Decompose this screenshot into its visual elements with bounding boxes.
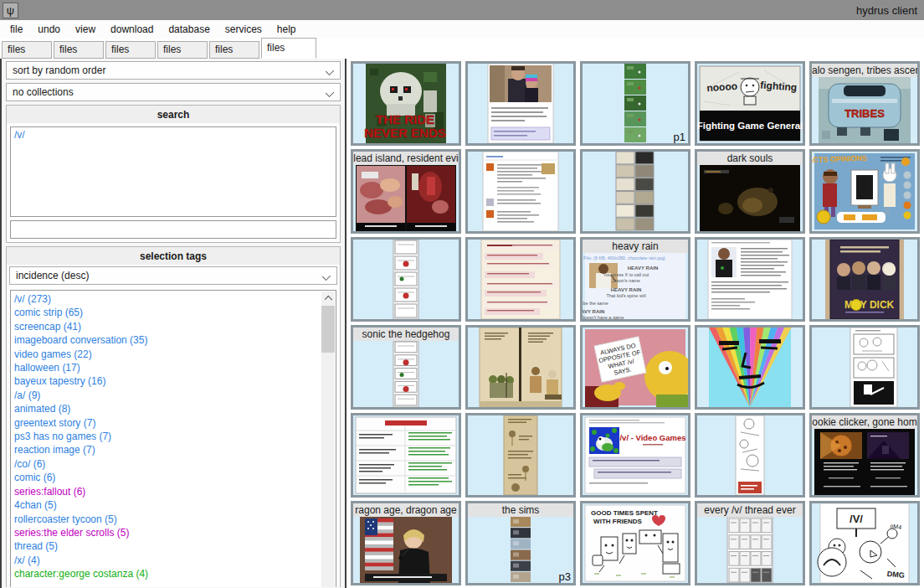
main-area: sort by random order no collections sear…: [0, 59, 924, 588]
collections-dropdown[interactable]: no collections: [6, 83, 341, 101]
thumbnail[interactable]: TRIBESalo sengen, tribes ascen: [809, 61, 920, 146]
thumbnail[interactable]: /v/ - Video Games: [580, 413, 690, 498]
tag-item[interactable]: animated (8): [14, 402, 319, 415]
tag-item[interactable]: /a/ (9): [14, 389, 319, 402]
thumbnail-image: [353, 341, 459, 407]
svg-text:HEAVY RAIN: HEAVY RAIN: [628, 266, 658, 271]
thumbnail-caption: ookie clicker, gone hom: [812, 415, 917, 429]
thumbnail[interactable]: /V/oM4DMG: [809, 501, 920, 585]
tag-item[interactable]: character:george costanza (4): [14, 567, 319, 580]
thumbnail[interactable]: ALWAYS DOOPPOSITE OFWHAT /v/SAYS.: [580, 325, 690, 410]
thumbnail-image: [697, 165, 803, 231]
thumbnail[interactable]: ragon age, dragon age: [351, 501, 461, 585]
thumbnail-image: ALWAYS DOOPPOSITE OFWHAT /v/SAYS.: [583, 328, 688, 407]
tab-bar: filesfilesfilesfilesfilesfiles: [0, 39, 924, 59]
thumbnail[interactable]: [465, 413, 576, 498]
sort-dropdown[interactable]: sort by random order: [6, 61, 341, 80]
thumbnail[interactable]: [465, 149, 576, 234]
tag-item[interactable]: ps3 has no games (7): [14, 430, 319, 443]
thumbnail[interactable]: [580, 149, 690, 234]
svg-text:/V/: /V/: [850, 513, 863, 525]
tag-item[interactable]: 4chan (5): [14, 498, 319, 512]
tag-item[interactable]: series:fallout (6): [14, 485, 319, 498]
menu-download[interactable]: download: [103, 21, 161, 38]
thumbnail[interactable]: [351, 413, 461, 498]
tag-item[interactable]: greentext story (7): [14, 416, 319, 430]
thumbnail[interactable]: dark souls: [695, 149, 805, 234]
window-title: hydrus client: [856, 4, 924, 17]
tag-list[interactable]: /v/ (273)comic strip (65)screencap (41)i…: [10, 290, 336, 587]
thumbnail-caption: alo sengen, tribes ascen: [812, 64, 917, 77]
tag-item[interactable]: halloween (17): [14, 361, 319, 374]
tag-sort-dropdown-value: incidence (desc): [16, 270, 89, 281]
tag-item[interactable]: reaction image (7): [14, 443, 319, 456]
tag-item[interactable]: thread (5): [14, 539, 319, 553]
chevron-down-icon: [326, 67, 334, 75]
thumbnail-caption: dark souls: [697, 152, 803, 165]
tab-files-1[interactable]: files: [2, 41, 52, 59]
thumbnail[interactable]: [465, 237, 576, 322]
svg-text:Jason's name: Jason's name: [612, 278, 640, 283]
menu-database[interactable]: database: [161, 21, 217, 38]
tag-autocomplete-input[interactable]: [10, 220, 336, 239]
thumbnail[interactable]: noooofightingFighting Game General: [695, 61, 805, 146]
tag-item[interactable]: video games (22): [14, 348, 319, 361]
tag-list-scrollbar[interactable]: [321, 291, 335, 587]
tag-sort-dropdown[interactable]: incidence (desc): [9, 266, 337, 285]
tab-files-5[interactable]: files: [209, 41, 259, 59]
selection-tags-panel: selection tags incidence (desc) /v/ (273…: [6, 246, 341, 587]
thumbnail-image: [697, 240, 803, 319]
search-term[interactable]: /v/: [14, 129, 332, 141]
svg-text:GOOD TIMES SPENT: GOOD TIMES SPENT: [591, 509, 658, 517]
tab-files-2[interactable]: files: [54, 41, 104, 59]
tag-item[interactable]: comic strip (65): [14, 306, 319, 319]
thumbnail[interactable]: GOOD TIMES SPENTWITH FRIENDS: [580, 501, 690, 585]
thumbnail[interactable]: lead island, resident evi: [351, 149, 461, 234]
thumbnail[interactable]: the simsp3: [465, 501, 576, 585]
tag-item[interactable]: imageboard conversation (35): [14, 333, 319, 347]
tab-files-3[interactable]: files: [105, 41, 156, 59]
collections-dropdown-value: no collections: [13, 86, 74, 98]
scroll-up-icon[interactable]: [321, 291, 335, 305]
svg-text:noooo: noooo: [706, 80, 738, 95]
thumbnail[interactable]: [351, 237, 461, 322]
menu-file[interactable]: file: [3, 21, 30, 38]
tag-item[interactable]: /v/ (273): [14, 292, 319, 306]
thumbnail[interactable]: every /v/ thread ever: [695, 501, 805, 585]
tag-item[interactable]: screencap (41): [14, 320, 319, 333]
menu-undo[interactable]: undo: [30, 21, 68, 38]
thumbnail[interactable]: [465, 61, 576, 146]
thumbnail[interactable]: File: (9 KB, 400x280, chocolate rain.jpg…: [580, 237, 690, 322]
thumbnail-caption: ragon age, dragon age: [353, 503, 459, 517]
tag-item[interactable]: series:the elder scrolls (5): [14, 526, 319, 539]
thumbnail[interactable]: [809, 325, 920, 410]
thumbnail-image: File: (9 KB, 400x280, chocolate rain.jpg…: [583, 253, 688, 319]
thumbnail[interactable]: [465, 325, 576, 410]
scrollbar-thumb[interactable]: [321, 306, 335, 353]
tag-item[interactable]: /x/ (4): [14, 554, 319, 567]
tag-item[interactable]: rollercoaster tycoon (5): [14, 513, 319, 526]
tag-item[interactable]: bayeux tapestry (16): [14, 374, 319, 388]
menu-services[interactable]: services: [218, 21, 270, 38]
sort-dropdown-value: sort by random order: [13, 64, 105, 76]
menu-view[interactable]: view: [68, 21, 103, 38]
thumbnail-image: [697, 415, 803, 495]
page-label: p3: [559, 570, 571, 583]
thumbnail-image: [812, 328, 917, 407]
thumbnail[interactable]: [695, 237, 805, 322]
thumbnail[interactable]: p1: [580, 61, 690, 146]
thumbnail[interactable]: MY DICK: [809, 237, 920, 322]
tag-item[interactable]: /co/ (6): [14, 457, 319, 471]
thumbnail[interactable]: [695, 413, 805, 498]
thumbnail[interactable]: [695, 325, 805, 410]
tab-files-6[interactable]: files: [261, 38, 316, 59]
tab-files-4[interactable]: files: [157, 41, 208, 59]
app-psi-icon: ψ: [3, 3, 18, 18]
thumbnail[interactable]: THE RIDENEVER ENDS: [351, 61, 461, 146]
thumbnail[interactable]: FACTS OPINIONS: [809, 149, 920, 234]
tag-item[interactable]: comic (6): [14, 471, 319, 484]
menu-help[interactable]: help: [270, 21, 304, 38]
thumbnail[interactable]: ookie clicker, gone hom: [809, 413, 920, 498]
search-term-list[interactable]: /v/: [10, 126, 336, 217]
thumbnail[interactable]: sonic the hedgehog: [351, 325, 461, 410]
